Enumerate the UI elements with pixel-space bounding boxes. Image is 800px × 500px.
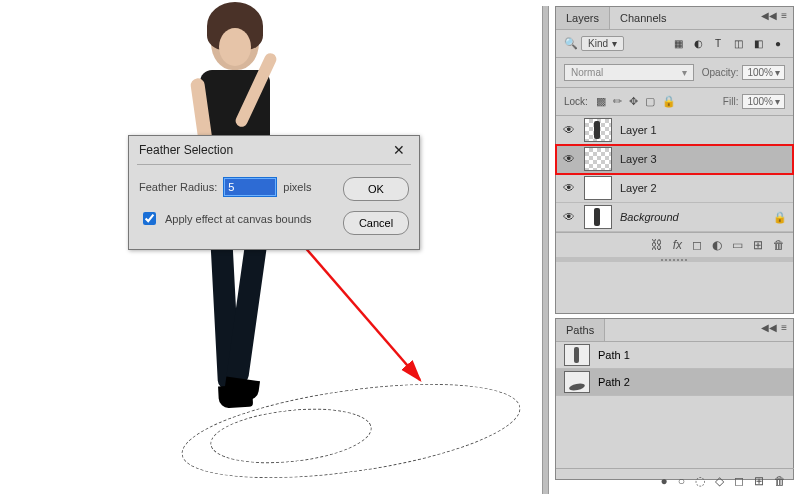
layer-name[interactable]: Layer 2 (620, 182, 657, 194)
panel-menu-icon[interactable]: ≡ (781, 322, 787, 338)
delete-layer-icon[interactable]: 🗑 (773, 238, 785, 252)
dialog-title: Feather Selection (139, 143, 233, 157)
path-name[interactable]: Path 2 (598, 376, 630, 388)
paths-panel: Paths ◀◀ ≡ Path 1Path 2 ● ○ ◌ ◇ ◻ ⊞ 🗑 (555, 318, 794, 480)
layers-list: 👁Layer 1👁Layer 3👁Layer 2👁Background🔒 (556, 116, 793, 232)
new-path-icon[interactable]: ⊞ (754, 474, 764, 488)
lock-label: Lock: (564, 96, 588, 107)
layer-thumbnail[interactable] (584, 205, 612, 229)
path-row[interactable]: Path 2 (556, 369, 793, 396)
path-thumbnail[interactable] (564, 371, 590, 393)
layer-name[interactable]: Background (620, 211, 679, 223)
filter-smart-icon[interactable]: ◧ (751, 37, 765, 51)
layer-row[interactable]: 👁Layer 2 (556, 174, 793, 203)
tab-paths[interactable]: Paths (556, 319, 605, 341)
stroke-path-icon[interactable]: ○ (678, 474, 685, 488)
link-layers-icon[interactable]: ⛓ (651, 238, 663, 252)
fill-input[interactable]: 100%▾ (742, 94, 785, 109)
lock-artboard-icon[interactable]: ▢ (645, 95, 655, 108)
panel-resize-grip[interactable] (556, 257, 793, 262)
visibility-toggle-icon[interactable]: 👁 (562, 210, 576, 224)
panel-dock-handle[interactable] (542, 6, 549, 494)
layer-name[interactable]: Layer 3 (620, 153, 657, 165)
opacity-label: Opacity: (702, 67, 739, 78)
fx-icon[interactable]: fx (673, 238, 682, 252)
cancel-button[interactable]: Cancel (343, 211, 409, 235)
path-name[interactable]: Path 1 (598, 349, 630, 361)
layers-panel-footer: ⛓ fx ◻ ◐ ▭ ⊞ 🗑 (556, 232, 793, 257)
filter-kind-select[interactable]: Kind▾ (581, 36, 624, 51)
blend-mode-select[interactable]: Normal▾ (564, 64, 694, 81)
lock-paint-icon[interactable]: ✏ (613, 95, 622, 108)
paths-panel-footer: ● ○ ◌ ◇ ◻ ⊞ 🗑 (556, 468, 794, 493)
path-to-selection-icon[interactable]: ◌ (695, 474, 705, 488)
layer-thumbnail[interactable] (584, 176, 612, 200)
path-row[interactable]: Path 1 (556, 342, 793, 369)
layer-thumbnail[interactable] (584, 118, 612, 142)
feather-radius-unit: pixels (283, 181, 311, 193)
filter-toggle-icon[interactable]: ● (771, 37, 785, 51)
close-icon[interactable]: ✕ (389, 142, 409, 158)
ok-button[interactable]: OK (343, 177, 409, 201)
panel-menu-icon[interactable]: ≡ (781, 10, 787, 26)
selection-to-path-icon[interactable]: ◇ (715, 474, 724, 488)
layer-filter-search[interactable]: 🔍Kind▾ (564, 36, 624, 51)
layer-name[interactable]: Layer 1 (620, 124, 657, 136)
layer-row[interactable]: 👁Background🔒 (556, 203, 793, 232)
layer-row[interactable]: 👁Layer 3 (556, 145, 793, 174)
lock-position-icon[interactable]: ✥ (629, 95, 638, 108)
filter-adjust-icon[interactable]: ◐ (691, 37, 705, 51)
collapse-icon[interactable]: ◀◀ (761, 10, 777, 26)
visibility-toggle-icon[interactable]: 👁 (562, 181, 576, 195)
filter-shape-icon[interactable]: ◫ (731, 37, 745, 51)
adjustment-layer-icon[interactable]: ◐ (712, 238, 722, 252)
opacity-input[interactable]: 100%▾ (742, 65, 785, 80)
new-layer-icon[interactable]: ⊞ (753, 238, 763, 252)
visibility-toggle-icon[interactable]: 👁 (562, 152, 576, 166)
chevron-down-icon: ▾ (682, 67, 687, 78)
paths-list: Path 1Path 2 (556, 342, 793, 396)
lock-icon: 🔒 (773, 211, 787, 224)
svg-line-0 (290, 230, 420, 380)
layer-row[interactable]: 👁Layer 1 (556, 116, 793, 145)
apply-bounds-checkbox[interactable]: Apply effect at canvas bounds (139, 209, 333, 228)
feather-radius-input[interactable] (223, 177, 277, 197)
filter-type-icon[interactable]: T (711, 37, 725, 51)
layer-thumbnail[interactable] (584, 147, 612, 171)
visibility-toggle-icon[interactable]: 👁 (562, 123, 576, 137)
tab-layers[interactable]: Layers (556, 7, 610, 29)
delete-path-icon[interactable]: 🗑 (774, 474, 786, 488)
group-icon[interactable]: ▭ (732, 238, 743, 252)
feather-selection-dialog: Feather Selection ✕ Feather Radius: pixe… (128, 135, 420, 250)
collapse-icon[interactable]: ◀◀ (761, 322, 777, 338)
filter-pixel-icon[interactable]: ▦ (671, 37, 685, 51)
canvas-area (0, 0, 540, 500)
search-icon: 🔍 (564, 37, 578, 50)
lock-transparency-icon[interactable]: ▩ (596, 95, 606, 108)
tab-channels[interactable]: Channels (610, 7, 676, 29)
feather-radius-label: Feather Radius: (139, 181, 217, 193)
chevron-down-icon: ▾ (612, 38, 617, 49)
path-thumbnail[interactable] (564, 344, 590, 366)
fill-path-icon[interactable]: ● (661, 474, 668, 488)
add-mask-icon[interactable]: ◻ (692, 238, 702, 252)
fill-label: Fill: (723, 96, 739, 107)
add-mask-icon[interactable]: ◻ (734, 474, 744, 488)
layers-panel: Layers Channels ◀◀ ≡ 🔍Kind▾ ▦ ◐ T ◫ ◧ ● … (555, 6, 794, 314)
lock-all-icon[interactable]: 🔒 (662, 95, 676, 108)
apply-bounds-label: Apply effect at canvas bounds (165, 213, 312, 225)
